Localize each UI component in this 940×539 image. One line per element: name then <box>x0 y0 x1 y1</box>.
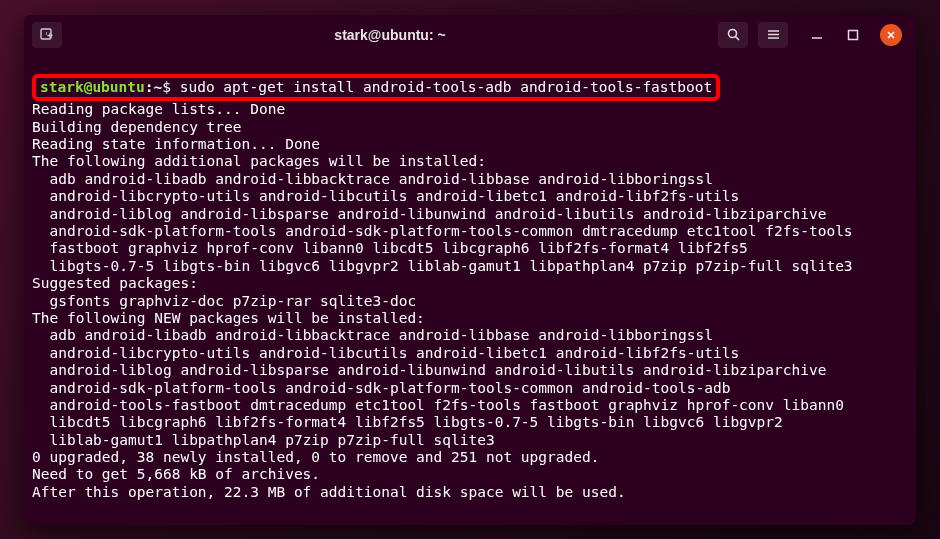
output-line: After this operation, 22.3 MB of additio… <box>32 484 626 500</box>
titlebar: stark@ubuntu: ~ <box>24 15 916 55</box>
search-button[interactable] <box>718 22 748 48</box>
hamburger-icon <box>766 27 781 42</box>
terminal-output[interactable]: stark@ubuntu:~$ sudo apt-get install and… <box>24 55 916 525</box>
new-tab-button[interactable] <box>32 22 62 48</box>
output-line: android-tools-fastboot dmtracedump etc1t… <box>32 397 844 413</box>
terminal-window: stark@ubuntu: ~ stark@ubuntu:~$ sudo <box>24 15 916 525</box>
output-line: Need to get 5,668 kB of archives. <box>32 466 320 482</box>
output-line: libcdt5 libcgraph6 libf2fs-format4 libf2… <box>32 414 783 430</box>
maximize-button[interactable] <box>844 26 862 44</box>
svg-point-2 <box>728 30 736 38</box>
svg-line-3 <box>735 37 739 41</box>
hamburger-menu-button[interactable] <box>758 22 788 48</box>
output-line: adb android-libadb android-libbacktrace … <box>32 327 713 343</box>
output-line: android-libcrypto-utils android-libcutil… <box>32 188 739 204</box>
output-line: Suggested packages: <box>32 275 198 291</box>
output-line: android-sdk-platform-tools android-sdk-p… <box>32 223 853 239</box>
command-highlight: stark@ubuntu:~$ sudo apt-get install and… <box>32 74 720 101</box>
command-text: sudo apt-get install android-tools-adb a… <box>180 79 713 95</box>
output-line: android-liblog android-libsparse android… <box>32 206 826 222</box>
close-icon <box>886 30 896 40</box>
output-line: Reading package lists... Done <box>32 101 285 117</box>
output-line: android-libcrypto-utils android-libcutil… <box>32 345 739 361</box>
minimize-icon <box>811 29 823 41</box>
output-line: adb android-libadb android-libbacktrace … <box>32 171 713 187</box>
output-line: libgts-0.7-5 libgts-bin libgvc6 libgvpr2… <box>32 258 853 274</box>
search-icon <box>726 27 741 42</box>
close-button[interactable] <box>880 24 902 46</box>
prompt-path: :~ <box>145 79 162 95</box>
output-line: android-liblog android-libsparse android… <box>32 362 826 378</box>
maximize-icon <box>847 29 859 41</box>
output-line: android-sdk-platform-tools android-sdk-p… <box>32 380 730 396</box>
output-line: The following NEW packages will be insta… <box>32 310 425 326</box>
output-line: The following additional packages will b… <box>32 153 486 169</box>
output-line: Reading state information... Done <box>32 136 320 152</box>
new-tab-icon <box>39 27 55 43</box>
prompt-symbol: $ <box>162 79 171 95</box>
svg-rect-8 <box>849 30 858 39</box>
window-title: stark@ubuntu: ~ <box>62 27 718 43</box>
output-line: Building dependency tree <box>32 119 242 135</box>
output-line: liblab-gamut1 libpathplan4 p7zip p7zip-f… <box>32 432 495 448</box>
prompt-user-host: stark@ubuntu <box>40 79 145 95</box>
output-line: fastboot graphviz hprof-conv libann0 lib… <box>32 240 748 256</box>
output-line: 0 upgraded, 38 newly installed, 0 to rem… <box>32 449 599 465</box>
minimize-button[interactable] <box>808 26 826 44</box>
output-line: gsfonts graphviz-doc p7zip-rar sqlite3-d… <box>32 293 416 309</box>
